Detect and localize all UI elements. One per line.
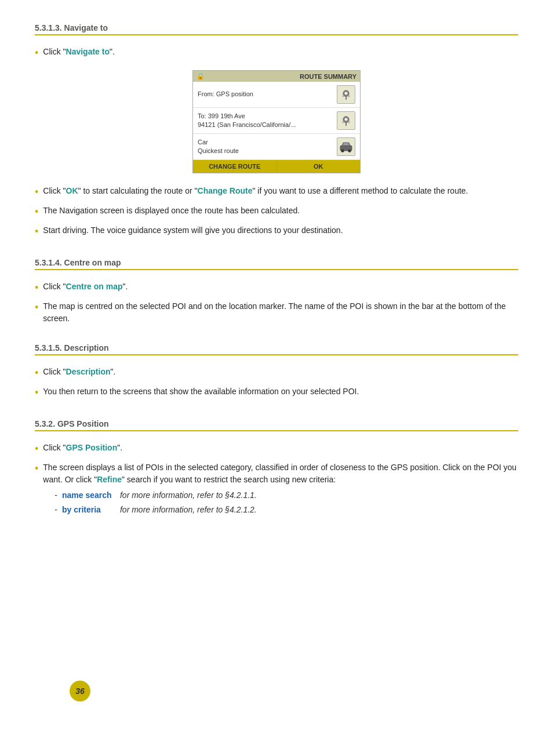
- bullet-list-5313: • Click "Navigate to".: [35, 46, 518, 61]
- centre-on-map-label: Centre on map: [66, 282, 123, 291]
- bullet-dot: •: [35, 385, 38, 401]
- change-route-button[interactable]: CHANGE ROUTE: [193, 160, 277, 173]
- heading-532: 5.3.2. GPS Position: [35, 419, 518, 431]
- list-item: • Click "GPS Position".: [35, 442, 518, 457]
- map-icon-2: [340, 115, 352, 126]
- bullet-text: Click "Description".: [43, 366, 518, 378]
- list-item: • Click "Centre on map".: [35, 281, 518, 296]
- bullet-dot: •: [35, 461, 38, 477]
- bullet-list-5314: • Click "Centre on map". • The map is ce…: [35, 281, 518, 325]
- route-from-icon: [337, 85, 355, 104]
- name-search-text: for more information, refer to §4.2.1.1.: [120, 489, 257, 501]
- by-criteria-text: for more information, refer to §4.2.1.2.: [120, 504, 257, 516]
- dash-list: - name search for more information, refe…: [54, 489, 518, 516]
- section-5313: 5.3.1.3. Navigate to • Click "Navigate t…: [35, 23, 518, 239]
- bullet-text: The map is centred on the selected POI a…: [43, 300, 518, 325]
- svg-rect-7: [344, 143, 348, 145]
- route-summary-header: 🔒 ROUTE SUMMARY: [193, 71, 360, 82]
- route-summary-box: 🔒 ROUTE SUMMARY From: GPS position: [192, 70, 361, 173]
- bullet-dot: •: [35, 204, 38, 220]
- change-route-label: Change Route: [198, 186, 253, 195]
- ok-label: OK: [66, 186, 78, 195]
- route-row-from: From: GPS position: [193, 82, 360, 108]
- section-5315: 5.3.1.5. Description • Click "Descriptio…: [35, 343, 518, 401]
- route-to-icon: [337, 111, 355, 130]
- page-badge: 36: [70, 681, 90, 702]
- bullet-dot: •: [35, 280, 38, 296]
- heading-5315: 5.3.1.5. Description: [35, 343, 518, 355]
- name-search-label: name search: [62, 489, 114, 501]
- bullet-text: Click "OK" to start calculating the rout…: [43, 185, 518, 197]
- page-number: 36: [75, 686, 85, 696]
- route-summary-title: ROUTE SUMMARY: [300, 73, 356, 80]
- route-footer: CHANGE ROUTE OK: [193, 160, 360, 173]
- bullet-dot: •: [35, 224, 38, 239]
- route-to-text: To: 399 19th Ave 94121 (San Francisco/Ca…: [198, 112, 296, 130]
- bullet-text: You then return to the screens that show…: [43, 386, 518, 398]
- bullet-text: The Navigation screen is displayed once …: [43, 205, 518, 217]
- svg-point-1: [345, 92, 348, 95]
- bullet-text: The screen displays a list of POIs in th…: [43, 461, 518, 518]
- list-item: • Click "Navigate to".: [35, 46, 518, 61]
- svg-point-6: [348, 150, 351, 152]
- bullet-text: Click "Navigate to".: [43, 46, 518, 58]
- description-label: Description: [66, 367, 111, 376]
- list-item: • You then return to the screens that sh…: [35, 386, 518, 401]
- list-item: • Click "Description".: [35, 366, 518, 381]
- route-vehicle-icon: [337, 137, 355, 156]
- by-criteria-label: by criteria: [62, 504, 114, 516]
- list-item: • Click "OK" to start calculating the ro…: [35, 185, 518, 200]
- page-num-container: 36: [70, 681, 90, 702]
- section-5314: 5.3.1.4. Centre on map • Click "Centre o…: [35, 258, 518, 325]
- route-summary-wrapper: 🔒 ROUTE SUMMARY From: GPS position: [35, 70, 518, 173]
- bullet-dot: •: [35, 184, 38, 200]
- dash-mark: -: [54, 504, 57, 516]
- ok-button[interactable]: OK: [277, 160, 361, 173]
- section-532: 5.3.2. GPS Position • Click "GPS Positio…: [35, 419, 518, 518]
- bullet-text: Click "GPS Position".: [43, 442, 518, 454]
- page-content: 5.3.1.3. Navigate to • Click "Navigate t…: [35, 23, 518, 719]
- list-item: • The screen displays a list of POIs in …: [35, 461, 518, 518]
- list-item: • Start driving. The voice guidance syst…: [35, 224, 518, 239]
- dash-mark: -: [54, 489, 57, 501]
- heading-5314: 5.3.1.4. Centre on map: [35, 258, 518, 270]
- bullet-dot: •: [35, 365, 38, 381]
- route-from-text: From: GPS position: [198, 90, 253, 99]
- map-icon: [340, 89, 352, 100]
- bullet-list-5315: • Click "Description". • You then return…: [35, 366, 518, 401]
- bullet-text: Start driving. The voice guidance system…: [43, 224, 518, 237]
- list-item: • The map is centred on the selected POI…: [35, 300, 518, 325]
- svg-point-5: [341, 150, 344, 152]
- dash-item-by-criteria: - by criteria for more information, refe…: [54, 504, 518, 516]
- bullet-list-532: • Click "GPS Position". • The screen dis…: [35, 442, 518, 518]
- bullet-dot: •: [35, 45, 38, 61]
- after-route-bullets: • Click "OK" to start calculating the ro…: [35, 185, 518, 239]
- dash-item-name-search: - name search for more information, refe…: [54, 489, 518, 501]
- gps-position-label: GPS Position: [66, 443, 118, 452]
- route-vehicle-text: Car Quickest route: [198, 138, 239, 156]
- car-icon: [339, 141, 353, 152]
- list-item: • The Navigation screen is displayed onc…: [35, 205, 518, 220]
- heading-5313: 5.3.1.3. Navigate to: [35, 23, 518, 35]
- bullet-dot: •: [35, 441, 38, 457]
- route-row-to: To: 399 19th Ave 94121 (San Francisco/Ca…: [193, 108, 360, 134]
- route-row-vehicle: Car Quickest route: [193, 134, 360, 160]
- navigate-to-label: Navigate to: [66, 47, 110, 56]
- svg-point-3: [345, 118, 348, 121]
- bullet-text: Click "Centre on map".: [43, 281, 518, 293]
- bullet-dot: •: [35, 300, 38, 315]
- route-summary-icon: 🔒: [197, 72, 205, 80]
- refine-label: Refine: [97, 475, 122, 484]
